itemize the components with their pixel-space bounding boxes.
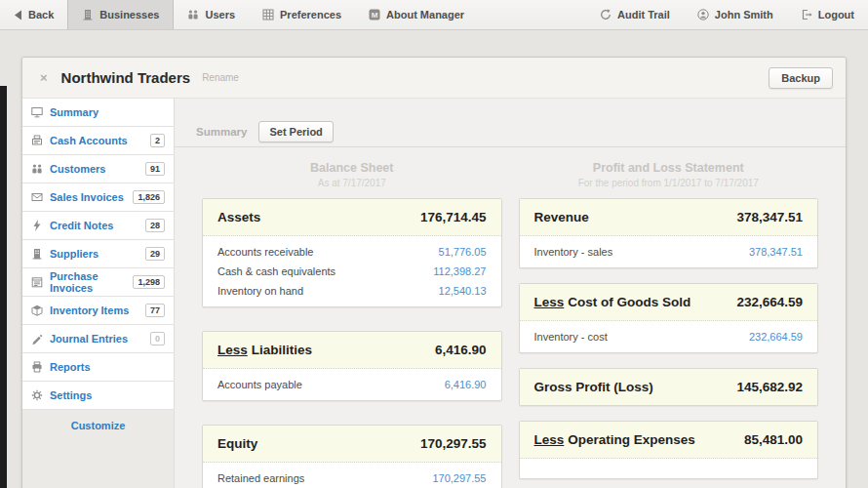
- count-badge: 0: [150, 332, 165, 346]
- building-icon: [82, 9, 94, 20]
- tab-businesses[interactable]: Businesses: [67, 0, 174, 29]
- account-value-link[interactable]: 6,416.90: [445, 379, 487, 390]
- balance-sheet-heading: Balance Sheet As at 7/17/2017: [202, 161, 502, 188]
- set-period-button[interactable]: Set Period: [258, 121, 333, 142]
- revenue-card-header: Revenue 378,347.51: [520, 199, 818, 236]
- user-circle-icon: [697, 9, 709, 20]
- count-badge: 1,298: [133, 275, 165, 289]
- backup-button[interactable]: Backup: [769, 67, 833, 89]
- count-badge: 2: [150, 134, 165, 147]
- cogs-card-body: Inventory - cost 232,664.59: [520, 321, 818, 352]
- balance-sheet-subtitle: As at 7/17/2017: [202, 178, 502, 188]
- gross-profit-card: Gross Profit (Loss) 145,682.92: [519, 368, 819, 406]
- revenue-card-title: Revenue: [534, 210, 589, 224]
- m-square-icon: M: [369, 9, 380, 20]
- sidebar-item-purchase-invoices[interactable]: Purchase Invoices 1,298: [22, 268, 174, 297]
- customize-link[interactable]: Customize: [22, 410, 174, 441]
- profit-loss-title: Profit and Loss Statement: [519, 161, 819, 175]
- equity-card-header: Equity 170,297.55: [203, 426, 501, 463]
- sidebar-item-label: Settings: [50, 389, 165, 401]
- sidebar-item-journal-entries[interactable]: Journal Entries 0: [22, 325, 174, 353]
- sidebar-item-cash-accounts[interactable]: Cash Accounts 2: [22, 127, 174, 155]
- sidebar-item-settings[interactable]: Settings: [22, 382, 174, 410]
- account-value-link[interactable]: 232,664.59: [749, 331, 803, 343]
- cogs-card-title: LessCost of Goods Sold: [534, 295, 691, 309]
- sidebar-item-suppliers[interactable]: Suppliers 29: [22, 240, 174, 268]
- sidebar-item-customers[interactable]: Customers 91: [22, 155, 174, 183]
- operating-expenses-card-header: LessOperating Expenses 85,481.00: [520, 422, 818, 459]
- revenue-total: 378,347.51: [736, 210, 803, 224]
- account-value-link[interactable]: 12,540.13: [439, 285, 487, 297]
- liabilities-card-title: LessLiabilities: [217, 343, 312, 357]
- tab-users-label: Users: [205, 9, 235, 20]
- sidebar-item-summary[interactable]: Summary: [22, 99, 174, 127]
- balance-sheet-title: Balance Sheet: [202, 161, 502, 175]
- account-label: Accounts payable: [217, 379, 302, 390]
- sidebar-item-label: Credit Notes: [50, 220, 138, 231]
- current-user-button[interactable]: John Smith: [684, 0, 787, 29]
- logout-icon: [801, 9, 812, 20]
- account-row: Cash & cash equivalents 112,398.27: [203, 262, 501, 281]
- account-value-link[interactable]: 170,297.55: [432, 472, 486, 484]
- assets-card-header: Assets 176,714.45: [203, 199, 501, 236]
- equity-card: Equity 170,297.55 Retained earnings 170,…: [202, 425, 502, 488]
- equity-total: 170,297.55: [420, 436, 487, 451]
- cogs-total: 232,664.59: [736, 295, 803, 309]
- pen-icon: [31, 333, 43, 345]
- profit-loss-column: Profit and Loss Statement For the period…: [519, 147, 819, 488]
- gross-profit-card-title: Gross Profit (Loss): [534, 380, 653, 394]
- calendar-icon: [31, 276, 43, 288]
- balance-sheet-column: Balance Sheet As at 7/17/2017 Assets 176…: [202, 147, 502, 488]
- gross-profit-total: 145,682.92: [736, 380, 803, 394]
- count-badge: 91: [145, 162, 165, 176]
- svg-text:M: M: [372, 11, 378, 20]
- tab-summary[interactable]: Summary: [196, 126, 247, 138]
- monitor-icon: [31, 106, 43, 118]
- tab-about-manager[interactable]: M About Manager: [355, 0, 478, 29]
- close-icon[interactable]: ×: [35, 70, 53, 85]
- liabilities-total: 6,416.90: [435, 343, 487, 357]
- sidebar-item-label: Suppliers: [50, 248, 138, 260]
- grid-icon: [262, 9, 274, 20]
- people-icon: [31, 163, 43, 175]
- logout-label: Logout: [818, 9, 854, 20]
- box-icon: [31, 305, 43, 316]
- account-row: Retained earnings 170,297.55: [203, 468, 501, 488]
- summary-tabstrip: Summary Set Period: [175, 116, 846, 147]
- account-label: Cash & cash equivalents: [217, 265, 335, 277]
- account-row: Inventory - cost 232,664.59: [520, 327, 818, 346]
- back-icon: [14, 10, 22, 20]
- logout-button[interactable]: Logout: [787, 0, 868, 29]
- count-badge: 1,826: [133, 190, 165, 204]
- back-button[interactable]: Back: [0, 0, 67, 29]
- revenue-card-body: Inventory - sales 378,347.51: [520, 236, 818, 267]
- sidebar-item-label: Customers: [50, 163, 138, 175]
- rename-link[interactable]: Rename: [202, 72, 239, 83]
- account-label: Inventory - sales: [534, 246, 613, 258]
- cogs-card-header: LessCost of Goods Sold 232,664.59: [520, 284, 818, 321]
- history-icon: [600, 9, 612, 20]
- account-row: Accounts receivable 51,776.05: [203, 242, 501, 262]
- liabilities-card: LessLiabilities 6,416.90 Accounts payabl…: [202, 331, 502, 401]
- business-header: × Northwind Traders Rename Backup: [22, 58, 846, 99]
- sidebar-item-label: Sales Invoices: [50, 191, 126, 203]
- cash-register-icon: [31, 135, 43, 146]
- sidebar-item-label: Reports: [50, 361, 165, 373]
- printer-icon: [31, 361, 43, 373]
- sidebar-item-sales-invoices[interactable]: Sales Invoices 1,826: [22, 183, 174, 212]
- tab-preferences[interactable]: Preferences: [249, 0, 355, 29]
- account-value-link[interactable]: 378,347.51: [749, 246, 803, 258]
- account-value-link[interactable]: 112,398.27: [433, 265, 486, 277]
- sidebar-item-credit-notes[interactable]: Credit Notes 28: [22, 212, 174, 240]
- account-value-link[interactable]: 51,776.05: [439, 246, 487, 258]
- audit-trail-button[interactable]: Audit Trail: [586, 0, 684, 29]
- sidebar-item-inventory-items[interactable]: Inventory Items 77: [22, 297, 174, 325]
- profit-loss-subtitle: For the period from 1/1/2017 to 7/17/201…: [519, 178, 819, 188]
- panel-body: Summary Cash Accounts 2 Customers 91 Sal…: [22, 99, 846, 488]
- statement-columns: Balance Sheet As at 7/17/2017 Assets 176…: [175, 147, 846, 488]
- operating-expenses-total: 85,481.00: [744, 432, 803, 447]
- tab-users[interactable]: Users: [174, 0, 249, 29]
- lightning-icon: [31, 220, 43, 231]
- sidebar-item-reports[interactable]: Reports: [22, 353, 174, 382]
- sidebar-item-label: Journal Entries: [50, 333, 143, 345]
